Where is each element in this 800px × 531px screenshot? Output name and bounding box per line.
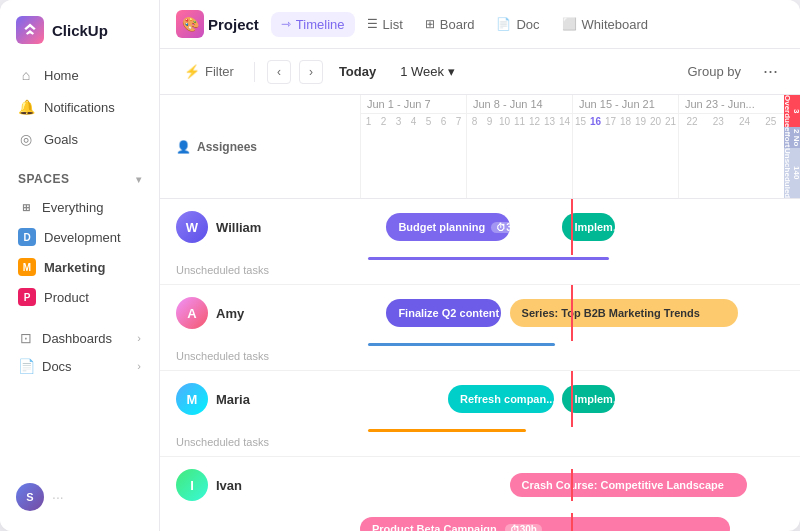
spaces-label: Spaces [18,172,69,186]
budget-planning-label: Budget planning [398,221,485,233]
task-refresh[interactable]: Refresh compan... ⏱30h [448,385,554,413]
day-18: 18 [618,114,633,129]
list-icon: ☰ [367,17,378,31]
assignee-name-maria: Maria [216,392,250,407]
day-7: 7 [451,114,466,129]
task-track-amy: Finalize Q2 content plan Series: Top B2B… [360,285,800,341]
day-16: 16 [588,114,603,129]
spaces-section-header[interactable]: Spaces ▾ [8,166,151,192]
sidebar-item-everything-label: Everything [42,200,103,215]
sidebar-item-development[interactable]: D Development [8,222,151,252]
amy-unscheduled-label: Unscheduled tasks [176,350,269,362]
assignees-col-header: 👤 Assignees [160,95,360,198]
task-finalize-q2[interactable]: Finalize Q2 content plan [386,299,500,327]
day-8: 8 [467,114,482,129]
assignee-main-amy: A Amy Finalize Q2 content plan Series: T… [160,285,800,341]
sidebar-item-product[interactable]: P Product [8,282,151,312]
day-13: 13 [542,114,557,129]
day-14: 14 [557,114,572,129]
more-dot-icon: ··· [52,489,64,505]
assignees-label: Assignees [197,140,257,154]
whiteboard-icon: ⬜ [562,17,577,31]
group-by-button[interactable]: Group by [680,60,749,83]
prev-button[interactable]: ‹ [267,60,291,84]
assignee-info-ivan: I Ivan [160,461,360,509]
avatar-amy: A [176,297,208,329]
assignee-info-amy: A Amy [160,289,360,337]
sidebar-item-marketing-label: Marketing [44,260,105,275]
sidebar-item-notifications[interactable]: 🔔 Notifications [8,92,151,122]
finalize-q2-label: Finalize Q2 content plan [398,307,500,319]
day-17: 17 [603,114,618,129]
today-line-ivan [571,469,573,501]
docs-chevron: › [137,360,141,372]
today-button[interactable]: Today [331,60,384,83]
sidebar-item-goals[interactable]: ◎ Goals [8,124,151,154]
task-crash-course[interactable]: Crash Course: Competitive Landscape [510,473,748,497]
series-b2b-label: Series: Top B2B Marketing Trends [522,307,700,319]
tab-list[interactable]: ☰ List [357,12,413,37]
day-24: 24 [732,114,758,129]
assignee-name-ivan: Ivan [216,478,242,493]
logo: ClickUp [0,12,159,60]
tab-list-label: List [383,17,403,32]
today-line-maria [571,371,573,427]
user-avatar[interactable]: S [16,483,44,511]
filter-label: Filter [205,64,234,79]
sidebar-item-docs-label: Docs [42,359,72,374]
task-budget-planning[interactable]: Budget planning ⏱30h [386,213,509,241]
avatar-maria: M [176,383,208,415]
week-label-2: Jun 8 - Jun 14 [467,95,572,114]
tab-board[interactable]: ⊞ Board [415,12,485,37]
sidebar-item-home-label: Home [44,68,79,83]
nav-tabs: ⇾ Timeline ☰ List ⊞ Board 📄 Doc ⬜ Whi [271,12,658,37]
project-icon: 🎨 [176,10,204,38]
sidebar-item-home[interactable]: ⌂ Home [8,60,151,90]
week-selector[interactable]: 1 Week ▾ [392,60,463,83]
sidebar-item-dashboards[interactable]: ⊡ Dashboards › [8,324,151,352]
toolbar-divider [254,62,255,82]
next-button[interactable]: › [299,60,323,84]
william-unscheduled-label: Unscheduled tasks [176,264,269,276]
today-line-william [571,199,573,255]
task-track-william: Budget planning ⏱30h Implem... ℹ 1 [360,199,800,255]
tab-whiteboard[interactable]: ⬜ Whiteboard [552,12,658,37]
app-container: ClickUp ⌂ Home 🔔 Notifications ◎ Goals S… [0,0,800,531]
doc-icon: 📄 [496,17,511,31]
impl1-label: Implem... [574,221,615,233]
goals-icon: ◎ [18,131,34,147]
day-21: 21 [663,114,678,129]
avatar-ivan: I [176,469,208,501]
filter-button[interactable]: ⚡ Filter [176,60,242,83]
day-2: 2 [376,114,391,129]
assignee-main-maria: M Maria Refresh compan... ⏱30h Implem... [160,371,800,427]
sidebar-item-docs[interactable]: 📄 Docs › [8,352,151,380]
sidebar-item-everything[interactable]: ⊞ Everything [8,192,151,222]
task-series-b2b[interactable]: Series: Top B2B Marketing Trends [510,299,739,327]
refresh-label: Refresh compan... [460,393,554,405]
assignee-main-ivan: I Ivan Crash Course: Competitive Landsca… [160,457,800,513]
no-effort-label: 2 No effort [784,127,800,147]
tab-whiteboard-label: Whiteboard [582,17,648,32]
tab-timeline[interactable]: ⇾ Timeline [271,12,355,37]
week-group-4: Jun 23 - Jun... 22 23 24 25 [678,95,784,198]
sidebar-item-goals-label: Goals [44,132,78,147]
right-labels: 3 Overdue 2 No effort 140 Unscheduled [784,95,800,198]
timeline-header: 👤 Assignees Jun 1 - Jun 7 1 2 3 4 5 6 [160,95,800,199]
task-beta-campaign[interactable]: Product Beta Campaign ⏱30h [360,517,730,531]
tab-doc[interactable]: 📄 Doc [486,12,549,37]
day-9: 9 [482,114,497,129]
overdue-label: 3 Overdue [784,95,800,127]
assignee-name-william: William [216,220,261,235]
day-1: 1 [361,114,376,129]
day-6: 6 [436,114,451,129]
sidebar-item-marketing[interactable]: M Marketing [8,252,151,282]
sidebar: ClickUp ⌂ Home 🔔 Notifications ◎ Goals S… [0,0,160,531]
home-icon: ⌂ [18,67,34,83]
spaces-section: Spaces ▾ ⊞ Everything D Development M Ma… [0,166,159,312]
filter-icon: ⚡ [184,64,200,79]
ivan-beta-row: Product Beta Campaign ⏱30h [360,513,800,531]
dashboards-icon: ⊡ [18,330,34,346]
sidebar-item-development-label: Development [44,230,121,245]
more-options-button[interactable]: ··· [757,57,784,86]
